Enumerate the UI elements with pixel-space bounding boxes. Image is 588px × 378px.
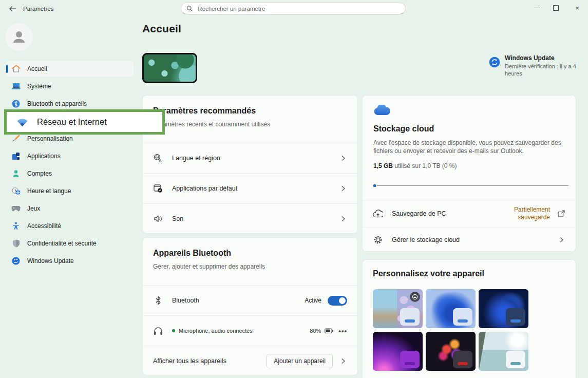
theme-thumbnail-spotlight[interactable] bbox=[373, 289, 423, 328]
account-icon bbox=[11, 169, 21, 178]
sidebar-item-heure-et-langue[interactable]: Heure et langue bbox=[6, 183, 134, 199]
view-all-devices-link[interactable]: Afficher tous les appareils bbox=[153, 357, 226, 365]
bluetooth-card-title: Appareils Bluetooth bbox=[153, 249, 347, 258]
cloud-card-description: Avec l'espace de stockage disponible, vo… bbox=[373, 139, 565, 155]
row-connected-device[interactable]: Microphone, audio connectés 80% ••• bbox=[143, 315, 357, 346]
more-options-icon[interactable]: ••• bbox=[338, 327, 347, 335]
theme-preview-card bbox=[453, 351, 472, 368]
row-label: Applications par défaut bbox=[172, 185, 237, 192]
theme-thumbnail-abstract-flower[interactable] bbox=[426, 332, 476, 371]
chevron-right-icon bbox=[339, 357, 347, 365]
bluetooth-icon bbox=[153, 295, 163, 306]
sidebar-item-windows-update[interactable]: Windows Update bbox=[6, 253, 134, 269]
theme-thumbnail-bloom-light[interactable] bbox=[426, 289, 476, 328]
connected-status-dot bbox=[172, 329, 175, 332]
row-applications-par-defaut[interactable]: Applications par défaut bbox=[143, 173, 357, 203]
shield-icon bbox=[11, 239, 21, 248]
sidebar-item-label: Windows Update bbox=[27, 257, 74, 264]
windows-update-status[interactable]: Windows Update Dernière vérification : i… bbox=[505, 54, 582, 77]
cloud-storage-card: Stockage cloud Avec l'espace de stockage… bbox=[362, 95, 576, 252]
sidebar-item-accueil[interactable]: Accueil bbox=[6, 61, 134, 77]
maximize-button[interactable] bbox=[547, 0, 564, 15]
chevron-right-icon bbox=[557, 236, 565, 244]
row-langue-et-region[interactable]: A Langue et région bbox=[143, 143, 357, 173]
row-sauvegarde-de-pc[interactable]: Sauvegarde de PC Partiellement sauvegard… bbox=[363, 200, 576, 227]
theme-preview-card bbox=[506, 308, 525, 326]
default-apps-icon bbox=[153, 183, 163, 194]
sidebar-item-reseau-et-internet[interactable]: Réseau et Internet bbox=[6, 114, 134, 129]
toggle-state-label: Activé bbox=[305, 297, 321, 304]
close-icon: × bbox=[575, 5, 579, 11]
theme-preview-card bbox=[400, 308, 420, 326]
windows-update-status-icon bbox=[489, 56, 500, 69]
windows-update-status-subtitle: Dernière vérification : il y a 4 heures bbox=[505, 63, 582, 77]
sidebar-item-systeme[interactable]: Système bbox=[6, 79, 134, 94]
theme-accent-bar bbox=[510, 362, 521, 365]
row-gerer-le-stockage-cloud[interactable]: Gérer le stockage cloud bbox=[363, 227, 576, 252]
device-wallpaper-thumbnail[interactable] bbox=[142, 53, 197, 83]
cloud-backup-icon bbox=[373, 209, 383, 219]
person-icon bbox=[10, 28, 28, 46]
avatar[interactable] bbox=[5, 23, 33, 51]
accessibility-icon bbox=[11, 221, 21, 231]
recommended-settings-card: Paramètres recommandés Paramètres récent… bbox=[142, 95, 358, 234]
theme-accent-bar bbox=[458, 319, 468, 323]
clock-globe-icon bbox=[11, 186, 21, 196]
theme-preview-card bbox=[453, 308, 472, 326]
svg-text:A: A bbox=[158, 158, 162, 163]
windows-update-icon bbox=[11, 256, 21, 266]
search-input[interactable] bbox=[197, 5, 400, 12]
theme-accent-bar bbox=[510, 319, 521, 323]
sidebar-item-label: Accueil bbox=[27, 65, 47, 72]
bluetooth-circle-icon bbox=[11, 99, 21, 108]
storage-progress-bar bbox=[373, 184, 568, 187]
sidebar-item-jeux[interactable]: Jeux bbox=[6, 201, 134, 216]
external-link-icon bbox=[557, 210, 565, 218]
toggle-knob bbox=[339, 297, 346, 304]
sidebar-item-applications[interactable]: Applications bbox=[6, 148, 134, 164]
theme-thumbnail-landscape[interactable] bbox=[479, 332, 528, 371]
personalize-title: Personnalisez votre appareil bbox=[373, 269, 576, 278]
cloud-card-title: Stockage cloud bbox=[373, 124, 576, 134]
settings-window: Paramètres × Accueil Système Bluetooth e… bbox=[0, 0, 588, 378]
sidebar-item-label: Jeux bbox=[27, 205, 40, 212]
minimize-button[interactable] bbox=[528, 0, 545, 15]
bluetooth-label: Bluetooth bbox=[172, 297, 199, 304]
row-label: Son bbox=[172, 215, 183, 222]
language-region-icon: A bbox=[153, 153, 163, 163]
row-son[interactable]: Son bbox=[143, 203, 357, 234]
add-device-button[interactable]: Ajouter un appareil bbox=[267, 354, 333, 368]
personalize-card: Personnalisez votre appareil bbox=[362, 259, 576, 378]
chevron-right-icon bbox=[339, 154, 347, 162]
system-icon bbox=[11, 82, 21, 91]
search-box[interactable] bbox=[181, 3, 406, 14]
bluetooth-toggle[interactable] bbox=[328, 296, 347, 306]
click-highlight-annotation: Réseau et Internet bbox=[4, 109, 165, 135]
back-button[interactable] bbox=[6, 3, 18, 14]
sidebar-item-label: Confidentialité et sécurité bbox=[27, 240, 97, 247]
page-title: Accueil bbox=[142, 23, 181, 35]
storage-usage-rest: utilisé sur 1,0 TB (0 %) bbox=[393, 162, 457, 169]
apps-icon bbox=[11, 152, 21, 161]
paintbrush-icon bbox=[11, 134, 21, 143]
sidebar-item-confidentialite-et-securite[interactable]: Confidentialité et sécurité bbox=[6, 236, 134, 251]
chevron-right-icon bbox=[339, 215, 347, 223]
home-icon bbox=[11, 64, 21, 73]
theme-preview-card bbox=[400, 351, 420, 368]
wifi-icon bbox=[16, 116, 28, 128]
minimize-icon bbox=[534, 8, 540, 8]
sidebar-item-comptes[interactable]: Comptes bbox=[6, 166, 134, 181]
row-devices-footer[interactable]: Afficher tous les appareils Ajouter un a… bbox=[143, 346, 357, 376]
theme-thumbnail-bloom-dark[interactable] bbox=[479, 289, 528, 328]
cloud-icon bbox=[373, 105, 576, 117]
recommended-title: Paramètres recommandés bbox=[153, 106, 347, 116]
row-label: Langue et région bbox=[172, 155, 220, 162]
sidebar-item-accessibilite[interactable]: Accessibilité bbox=[6, 218, 134, 234]
battery-percent: 80% bbox=[310, 328, 321, 334]
close-button[interactable]: × bbox=[568, 0, 586, 15]
chevron-right-icon bbox=[339, 184, 347, 193]
sidebar-item-label: Bluetooth et appareils bbox=[27, 100, 87, 107]
bluetooth-card-subtitle: Gérer, ajouter et supprimer des appareil… bbox=[153, 263, 347, 270]
theme-thumbnail-glow-purple[interactable] bbox=[373, 332, 423, 371]
windows-update-status-title: Windows Update bbox=[505, 54, 582, 62]
